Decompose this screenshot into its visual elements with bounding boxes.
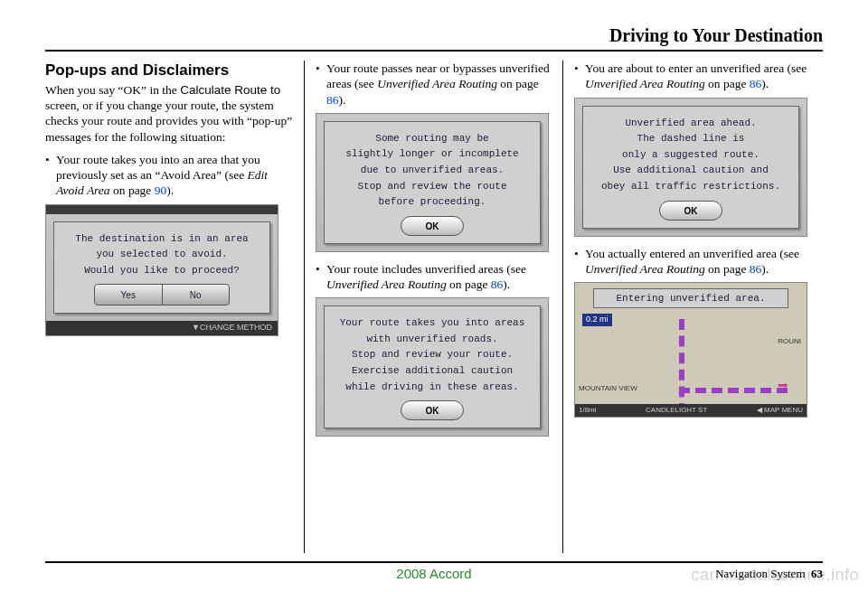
popup-line: Stop and review your route. <box>330 347 534 363</box>
map-label: MOUNTAIN VIEW <box>579 384 637 393</box>
map-menu-button[interactable]: ◀ MAP MENU <box>757 406 803 415</box>
column-3: • You are about to enter an unverified a… <box>562 61 821 553</box>
popup-line: Some routing may be <box>330 131 534 147</box>
distance-pill: 0.2 mi <box>582 314 612 326</box>
nav-popup-screenshot: Your route takes you into areas with unv… <box>316 297 549 437</box>
text: Your route includes unverified areas (se… <box>326 262 526 276</box>
popup-panel: Unverified area ahead. The dashed line i… <box>582 106 799 229</box>
ok-button[interactable]: OK <box>401 400 464 420</box>
map-banner: Entering unverified area. <box>593 288 788 308</box>
text: ). <box>166 183 174 197</box>
ok-row: OK <box>330 216 534 236</box>
map-bottom-bar: 1/8mi CANDLELIGHT ST ◀ MAP MENU <box>575 404 807 417</box>
column-1: Pop-ups and Disclaimers When you say “OK… <box>45 61 304 553</box>
text: ). <box>339 93 346 107</box>
popup-line: Exercise additional caution <box>330 363 534 380</box>
dashed-route-vertical <box>679 319 686 414</box>
nav-popup-screenshot: Unverified area ahead. The dashed line i… <box>574 98 807 237</box>
popup-panel: Some routing may be slightly longer or i… <box>324 121 541 244</box>
column-2: • Your route passes near or bypasses unv… <box>304 61 562 553</box>
yes-no-buttons: Yes No <box>60 284 264 305</box>
header-rule <box>45 50 823 52</box>
popup-line: Use additional caution and <box>589 163 793 179</box>
popup-line: before proceeding. <box>330 194 534 211</box>
bullet-dot: • <box>316 61 326 108</box>
popup-line: Would you like to proceed? <box>60 263 264 279</box>
yes-no-pill: Yes No <box>94 284 230 305</box>
nav-popup-screenshot: The destination is in an area you select… <box>45 204 278 336</box>
ref-title: Unverified Area Routing <box>326 277 447 291</box>
yes-button[interactable]: Yes <box>95 285 162 305</box>
text: Your route takes you into an area that y… <box>56 153 260 182</box>
bullet-text: Your route passes near or bypasses unver… <box>326 61 553 108</box>
footer-rule <box>45 561 823 563</box>
text: on page <box>110 183 155 197</box>
popup-line: you selected to avoid. <box>60 247 264 263</box>
popup-line: while driving in these areas. <box>330 380 534 396</box>
ui-term: Calculate Route to <box>180 83 280 97</box>
watermark: carmanualsonline.info <box>691 566 859 585</box>
popup-line: Your route takes you into areas <box>330 315 534 332</box>
ref-title: Unverified Area Routing <box>377 77 497 90</box>
popup-line: only a suggested route. <box>589 147 793 164</box>
bullet-item: • Your route includes unverified areas (… <box>316 261 553 293</box>
popup-line: The dashed line is <box>589 131 793 147</box>
model-year: 2008 Accord <box>396 566 471 581</box>
section-heading: Pop-ups and Disclaimers <box>45 61 295 80</box>
bullet-dot: • <box>574 61 585 92</box>
intro-paragraph: When you say “OK” in the Calculate Route… <box>45 82 295 145</box>
popup-panel: Your route takes you into areas with unv… <box>324 305 541 428</box>
bullet-text: Your route includes unverified areas (se… <box>326 261 553 293</box>
text: on page <box>705 77 750 90</box>
page-link[interactable]: 86 <box>326 93 339 107</box>
ref-title: Unverified Area Routing <box>585 77 705 90</box>
nav-popup-screenshot: Some routing may be slightly longer or i… <box>316 113 549 252</box>
popup-line: with unverified roads. <box>330 332 534 348</box>
text: on page <box>705 262 750 276</box>
turn-arrow-icon: ➡ <box>778 375 788 399</box>
bullet-item: • You actually entered an unverified are… <box>574 246 812 277</box>
no-button[interactable]: No <box>163 285 230 305</box>
text: You are about to enter an unverified are… <box>585 61 807 75</box>
popup-panel: The destination is in an area you select… <box>53 221 270 315</box>
text: You actually entered an unverified area … <box>585 247 799 260</box>
page-header: Driving to Your Destination <box>45 25 823 46</box>
text: ). <box>761 262 769 276</box>
page-link[interactable]: 86 <box>491 277 504 291</box>
bullet-dot: • <box>316 261 326 293</box>
content-columns: Pop-ups and Disclaimers When you say “OK… <box>45 61 823 553</box>
text: ). <box>503 277 510 291</box>
text: screen, or if you change your route, the… <box>45 99 292 144</box>
bullet-text: Your route takes you into an area that y… <box>56 152 295 199</box>
page-link[interactable]: 86 <box>750 262 762 276</box>
map-street: CANDLELIGHT ST <box>646 406 707 415</box>
text: ). <box>761 77 769 90</box>
screenshot-topbar <box>46 205 278 214</box>
bullet-dot: • <box>574 246 585 277</box>
bullet-text: You are about to enter an unverified are… <box>585 61 812 92</box>
bullet-dot: • <box>45 152 56 199</box>
chapter-title: Driving to Your Destination <box>609 25 823 46</box>
popup-line: Unverified area ahead. <box>589 116 793 132</box>
popup-line: slightly longer or incomplete <box>330 146 534 163</box>
page-link[interactable]: 90 <box>155 183 167 197</box>
ref-title: Unverified Area Routing <box>585 262 705 276</box>
ok-row: OK <box>330 400 534 420</box>
text: When you say “OK” in the <box>45 83 180 97</box>
bullet-item: • Your route takes you into an area that… <box>45 152 295 199</box>
map-label: ROUNI <box>778 337 801 346</box>
text: on page <box>497 77 539 90</box>
bullet-item: • You are about to enter an unverified a… <box>574 61 812 92</box>
change-method-bar[interactable]: ▼CHANGE METHOD <box>46 321 278 335</box>
dashed-route-horizontal <box>679 388 788 395</box>
popup-line: due to unverified areas. <box>330 163 534 179</box>
bullet-text: You actually entered an unverified area … <box>585 246 812 277</box>
bullet-item: • Your route passes near or bypasses unv… <box>316 61 553 108</box>
ok-button[interactable]: OK <box>401 216 464 236</box>
map-scale: 1/8mi <box>579 406 597 415</box>
page-link[interactable]: 86 <box>750 77 762 90</box>
popup-line: obey all traffic restrictions. <box>589 179 793 195</box>
nav-map-screenshot: Entering unverified area. 0.2 mi ➡ MOUNT… <box>574 282 807 418</box>
ok-button[interactable]: OK <box>659 201 722 221</box>
ok-row: OK <box>589 201 793 221</box>
